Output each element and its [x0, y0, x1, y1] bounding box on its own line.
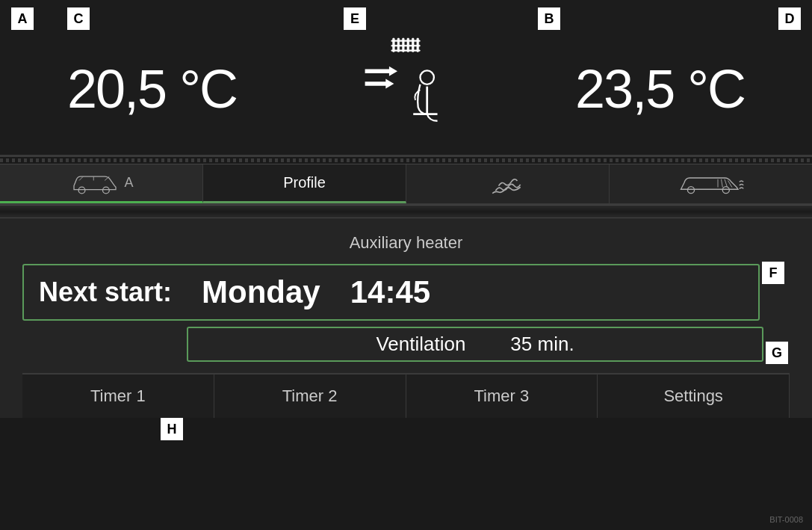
next-start-time: 14:45 [350, 274, 430, 310]
bottom-tab-bar: Timer 1 Timer 2 Timer 3 Settings H [22, 373, 790, 418]
svg-point-12 [79, 187, 86, 194]
svg-point-13 [103, 187, 110, 194]
bottom-section: Auxiliary heater Next start: Monday 14:4… [0, 218, 812, 418]
svg-rect-7 [391, 45, 420, 46]
tab-settings[interactable]: Settings [598, 375, 790, 418]
tab-timer2[interactable]: Timer 2 [214, 375, 406, 418]
next-start-label: Next start: [39, 277, 172, 308]
label-c: C [67, 7, 90, 30]
center-icons [362, 0, 451, 155]
tab-heat-waves[interactable] [406, 164, 610, 203]
tab-profile[interactable]: Profile [203, 164, 406, 203]
stripe-divider-top [0, 158, 812, 162]
ventilation-box: Ventilation 35 min. G [187, 327, 763, 362]
tab-fan-rear[interactable] [610, 164, 812, 203]
svg-marker-9 [365, 67, 397, 76]
label-g: G [766, 342, 788, 364]
label-a: A [11, 7, 34, 30]
section-title: Auxiliary heater [22, 233, 790, 253]
next-start-row: Next start: Monday 14:45 [39, 274, 743, 310]
tab-car-label: A [124, 175, 133, 191]
temp-right-container: 23,5 °C [575, 40, 790, 116]
svg-point-11 [420, 70, 433, 84]
svg-line-15 [721, 179, 722, 187]
tab-timer3[interactable]: Timer 3 [406, 375, 598, 418]
section-separator [0, 205, 812, 218]
top-tab-bar: A Profile [0, 164, 812, 205]
next-start-box: Next start: Monday 14:45 F [22, 264, 760, 321]
label-b: B [538, 7, 560, 30]
ventilation-label: Ventilation [376, 333, 465, 356]
next-start-day: Monday [202, 274, 320, 310]
temp-left-value: 20,5 °C [67, 62, 237, 116]
temp-right-value: 23,5 °C [575, 62, 745, 116]
label-d: D [778, 7, 801, 30]
tab-car-a[interactable]: A [0, 164, 203, 203]
tab-timer1[interactable]: Timer 1 [22, 375, 214, 418]
svg-rect-8 [391, 50, 420, 52]
label-h: H [161, 418, 183, 440]
watermark: BIT-0008 [769, 515, 803, 524]
ventilation-duration: 35 min. [510, 333, 574, 356]
svg-point-19 [722, 186, 729, 193]
climate-display: A C E B D 20,5 °C [0, 0, 812, 157]
svg-marker-10 [365, 78, 394, 88]
svg-point-18 [687, 186, 694, 193]
svg-line-16 [725, 179, 728, 187]
tab-profile-label: Profile [283, 174, 326, 191]
temp-left-container: 20,5 °C [22, 40, 237, 116]
svg-rect-6 [391, 40, 420, 42]
label-f: F [762, 262, 784, 284]
heater-fan-icon [362, 34, 451, 132]
